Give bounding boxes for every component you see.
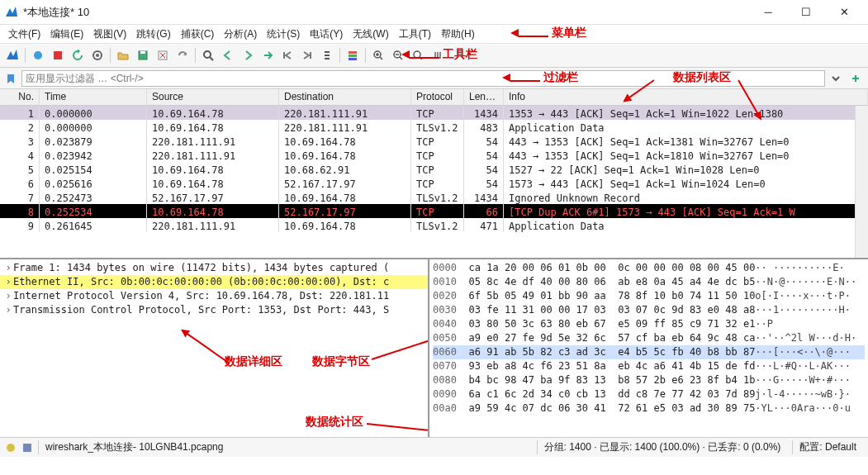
menu-telephony[interactable]: 电话(Y) bbox=[305, 26, 348, 41]
hex-row[interactable]: 0080b4 bc 98 47 ba 9f 83 13 b8 57 2b e6 … bbox=[433, 373, 865, 387]
packet-bytes-pane[interactable]: 0000ca 1a 20 00 06 01 0b 00 0c 00 00 00 … bbox=[429, 259, 868, 437]
hex-row[interactable]: 00206f 5b 05 49 01 bb 90 aa 78 8f 10 b0 … bbox=[433, 289, 865, 303]
hex-row[interactable]: 0050a9 e0 27 fe 9d 5e 32 6c 57 cf ba eb … bbox=[433, 331, 865, 345]
detail-line[interactable]: ›Internet Protocol Version 4, Src: 10.69… bbox=[0, 289, 428, 303]
goto-button[interactable] bbox=[259, 46, 277, 64]
detail-line[interactable]: ›Frame 1: 1434 bytes on wire (11472 bits… bbox=[0, 261, 428, 275]
scrollbar[interactable] bbox=[855, 106, 868, 258]
hex-row[interactable]: 0060a6 91 ab 5b 82 c3 ad 3c e4 b5 5c fb … bbox=[433, 345, 865, 359]
open-file-button[interactable] bbox=[114, 46, 132, 64]
packet-row[interactable]: 40.023942220.181.111.9110.69.164.78TCP54… bbox=[0, 148, 868, 162]
packet-row[interactable]: 10.00000010.69.164.78220.181.111.91TCP14… bbox=[0, 106, 868, 120]
toolbar: 工具栏 bbox=[0, 43, 868, 68]
svg-point-7 bbox=[204, 51, 211, 58]
restart-capture-button[interactable] bbox=[69, 46, 87, 64]
capture-options-button[interactable] bbox=[88, 46, 107, 64]
packet-row[interactable]: 60.02561610.69.164.7852.167.17.97TCP5415… bbox=[0, 176, 868, 190]
col-length[interactable]: Length bbox=[464, 89, 504, 105]
save-button[interactable] bbox=[134, 46, 152, 64]
close-file-button[interactable] bbox=[154, 46, 172, 64]
find-button[interactable] bbox=[199, 46, 217, 64]
hex-row[interactable]: 0000ca 1a 20 00 06 01 0b 00 0c 00 00 00 … bbox=[433, 261, 865, 275]
menu-view[interactable]: 视图(V) bbox=[88, 26, 131, 41]
expert-info-icon[interactable] bbox=[5, 442, 17, 454]
menu-edit[interactable]: 编辑(E) bbox=[45, 26, 88, 41]
zoom-reset-button[interactable] bbox=[409, 46, 427, 64]
svg-point-3 bbox=[96, 54, 99, 57]
col-time[interactable]: Time bbox=[40, 89, 147, 105]
annotation-toolbar: 工具栏 bbox=[443, 47, 477, 62]
packet-row[interactable]: 20.00000010.69.164.78220.181.111.91TLSv1… bbox=[0, 120, 868, 134]
packet-row[interactable]: 90.261645220.181.111.9110.69.164.78TLSv1… bbox=[0, 218, 868, 232]
col-no[interactable]: No. bbox=[0, 89, 40, 105]
packet-list-pane: No. Time Source Destination Protocol Len… bbox=[0, 89, 868, 259]
svg-point-0 bbox=[34, 51, 42, 59]
app-icon bbox=[5, 6, 18, 19]
col-protocol[interactable]: Protocol bbox=[411, 89, 464, 105]
svg-point-14 bbox=[7, 444, 15, 452]
col-destination[interactable]: Destination bbox=[279, 89, 411, 105]
col-info[interactable]: Info bbox=[504, 89, 868, 105]
svg-rect-9 bbox=[349, 55, 357, 57]
packet-list-header[interactable]: No. Time Source Destination Protocol Len… bbox=[0, 89, 868, 106]
start-capture-button[interactable] bbox=[29, 46, 47, 64]
menu-analyze[interactable]: 分析(A) bbox=[219, 26, 262, 41]
minimize-button[interactable]: ─ bbox=[749, 0, 787, 25]
status-profile[interactable]: 配置: Default bbox=[792, 440, 863, 454]
menu-capture[interactable]: 捕获(C) bbox=[176, 26, 220, 41]
window-title: *本地连接* 10 bbox=[23, 5, 749, 20]
filter-dropdown-button[interactable] bbox=[827, 69, 845, 88]
detail-line[interactable]: ›Transmission Control Protocol, Src Port… bbox=[0, 303, 428, 317]
close-button[interactable]: ✕ bbox=[825, 0, 863, 25]
packet-row[interactable]: 80.25253410.69.164.7852.167.17.97TCP66[T… bbox=[0, 204, 868, 218]
packet-row[interactable]: 50.02515410.69.164.7810.68.62.91TCP54152… bbox=[0, 162, 868, 176]
title-bar: *本地连接* 10 ─ ☐ ✕ bbox=[0, 0, 868, 25]
svg-point-13 bbox=[414, 51, 420, 58]
last-packet-button[interactable] bbox=[298, 46, 316, 64]
svg-rect-1 bbox=[54, 51, 62, 59]
status-file: wireshark_本地连接- 10LGNB41.pcapng bbox=[38, 440, 532, 454]
status-packets: 分组: 1400 · 已显示: 1400 (100.0%) · 已丢弃: 0 (… bbox=[537, 440, 788, 454]
menu-tools[interactable]: 工具(T) bbox=[394, 26, 436, 41]
hex-row[interactable]: 00906a c1 6c 2d 34 c0 cb 13 dd c8 7e 77 … bbox=[433, 387, 865, 401]
hex-row[interactable]: 00a0a9 59 4c 07 dc 06 30 41 72 61 e5 03 … bbox=[433, 401, 865, 416]
filter-bar: 过滤栏 数据列表区 bbox=[0, 68, 868, 89]
menu-help[interactable]: 帮助(H) bbox=[436, 26, 480, 41]
maximize-button[interactable]: ☐ bbox=[787, 0, 825, 25]
detail-line[interactable]: ›Ethernet II, Src: 0b:00:0c:00:00:00 (0b… bbox=[0, 275, 428, 289]
auto-scroll-button[interactable] bbox=[318, 46, 336, 64]
menu-go[interactable]: 跳转(G) bbox=[131, 26, 175, 41]
annotation-menubar: 菜单栏 bbox=[552, 26, 586, 40]
first-packet-button[interactable] bbox=[278, 46, 296, 64]
menu-statistics[interactable]: 统计(S) bbox=[262, 26, 305, 41]
filter-expression-button[interactable] bbox=[847, 69, 865, 88]
packet-row[interactable]: 30.023879220.181.111.9110.69.164.78TCP54… bbox=[0, 134, 868, 148]
bookmark-icon[interactable] bbox=[3, 71, 18, 86]
zoom-in-button[interactable] bbox=[369, 46, 387, 64]
go-forward-button[interactable] bbox=[239, 46, 257, 64]
packet-details-pane[interactable]: ›Frame 1: 1434 bytes on wire (11472 bits… bbox=[0, 259, 429, 437]
hex-row[interactable]: 003003 fe 11 31 00 00 17 03 03 07 0c 9d … bbox=[433, 303, 865, 317]
menu-wireless[interactable]: 无线(W) bbox=[348, 26, 393, 41]
go-back-button[interactable] bbox=[219, 46, 237, 64]
menu-file[interactable]: 文件(F) bbox=[3, 26, 45, 41]
stop-capture-button[interactable] bbox=[49, 46, 67, 64]
annotation-bytes: 数据字节区 bbox=[312, 354, 370, 368]
hex-row[interactable]: 004003 80 50 3c 63 80 eb 67 e5 09 ff 85 … bbox=[433, 317, 865, 331]
display-filter-input[interactable] bbox=[21, 70, 825, 87]
colorize-button[interactable] bbox=[344, 46, 362, 64]
shark-icon[interactable] bbox=[3, 46, 21, 64]
col-source[interactable]: Source bbox=[147, 89, 279, 105]
packet-row[interactable]: 70.25247352.167.17.9710.69.164.78TLSv1.2… bbox=[0, 190, 868, 204]
zoom-out-button[interactable] bbox=[389, 46, 407, 64]
annotation-details: 数据详细区 bbox=[225, 354, 282, 368]
reload-button[interactable] bbox=[173, 46, 192, 64]
annotation-stats: 数据统计区 bbox=[306, 415, 363, 429]
packet-list-body[interactable]: 10.00000010.69.164.78220.181.111.91TCP14… bbox=[0, 106, 868, 258]
status-bar: wireshark_本地连接- 10LGNB41.pcapng 分组: 1400… bbox=[0, 437, 868, 457]
resize-columns-button[interactable] bbox=[429, 46, 447, 64]
svg-rect-5 bbox=[140, 51, 145, 54]
hex-row[interactable]: 007093 eb a8 4c f6 23 51 8a eb 4c a6 41 … bbox=[433, 359, 865, 373]
svg-rect-15 bbox=[23, 444, 31, 452]
hex-row[interactable]: 001005 8c 4e df 40 00 80 06 ab e8 0a 45 … bbox=[433, 275, 865, 289]
